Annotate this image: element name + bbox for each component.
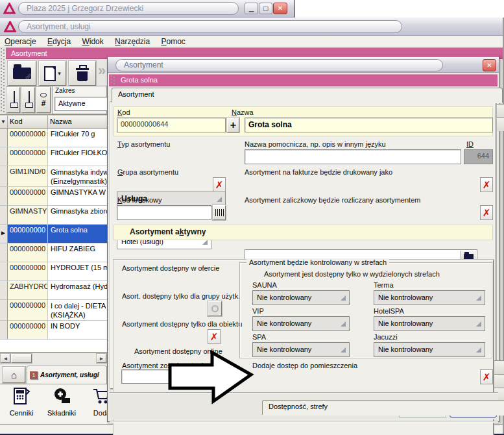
kreskowy-scan-button[interactable] <box>213 205 226 220</box>
cell-kod[interactable]: 000000000 <box>8 243 48 262</box>
toolbar-overflow-chevron-icon[interactable]: » <box>98 62 107 86</box>
kod-plus-button[interactable]: + <box>227 118 239 132</box>
row-selector[interactable] <box>0 166 8 186</box>
cell-nazwa[interactable]: Grota solna <box>48 225 107 243</box>
zaliczkowy-clear-button[interactable] <box>480 205 493 220</box>
menu-widok[interactable]: Widok <box>77 36 108 47</box>
cell-kod[interactable]: 000000000 <box>8 129 48 147</box>
row-selector[interactable] <box>0 281 8 299</box>
row-selector[interactable] <box>0 262 8 280</box>
table-row[interactable]: GIM1IND/0Gimnastyka indyw(Einzelgymnasti… <box>0 166 107 187</box>
row-selector[interactable] <box>0 129 8 147</box>
cell-nazwa[interactable]: I co dalej - DIETA(KSIĄŻKA) <box>48 300 107 320</box>
scroll-right-button[interactable]: ► <box>97 354 106 363</box>
table-row[interactable]: 000000000HYDROJET (15 m <box>0 262 107 281</box>
cell-kod[interactable]: 000000000 <box>8 262 48 280</box>
faktura-clear-button[interactable] <box>480 177 493 192</box>
scroll-thumb[interactable] <box>11 354 32 363</box>
row-selector[interactable] <box>0 187 8 205</box>
cell-nazwa[interactable]: FitCukier FIOŁKOW <box>48 147 107 166</box>
dialog-tab-asortyment[interactable]: Asortyment <box>112 88 503 103</box>
row-selector-current[interactable] <box>0 225 8 243</box>
close-button[interactable]: ✕ <box>273 3 287 14</box>
row-selector[interactable] <box>0 147 8 166</box>
cell-kod[interactable]: ZABHYDRO <box>8 281 48 299</box>
cell-nazwa[interactable]: FitCukier 70 g <box>48 129 107 147</box>
table-row[interactable]: 000000000HIFU ZABIEG <box>0 243 107 262</box>
home-tab[interactable]: ⌂ <box>3 367 25 383</box>
cell-kod[interactable]: 000000000 <box>8 321 48 339</box>
kod-input[interactable]: 000000000644 <box>117 118 226 132</box>
delete-button[interactable] <box>69 61 96 86</box>
menu-pomoc[interactable]: Pomoc <box>156 36 189 47</box>
table-row[interactable]: GIMNASTYGimnastyka zbioro <box>0 206 107 225</box>
cell-kod[interactable]: GIMNASTY <box>8 206 48 224</box>
zone-combo[interactable]: Nie kontrolowany <box>252 342 350 357</box>
toolbar-gripper[interactable] <box>1 48 5 113</box>
table-row[interactable]: 000000000FitCukier 70 g <box>0 129 107 147</box>
cell-kod[interactable]: 000000000 <box>8 300 48 320</box>
zone-label: SAUNA <box>252 281 350 289</box>
table-row[interactable]: 000000000FitCukier FIOŁKOW <box>0 147 107 166</box>
kreskowy-input[interactable] <box>117 205 211 220</box>
filter-slider-button-2[interactable] <box>21 87 35 113</box>
row-selector[interactable] <box>0 206 8 224</box>
subtab-dostepnosc-strefy[interactable]: Dostępność, strefy <box>262 400 504 415</box>
nazwa-input[interactable]: Grota solna <box>245 118 493 132</box>
cell-kod[interactable]: 000000000 <box>8 147 48 166</box>
zone-combo[interactable]: Nie kontrolowany <box>252 316 350 331</box>
maximize-button[interactable]: ▢ <box>259 3 272 14</box>
zaliczkowy-label: Asortyment zaliczkowy będzie rozliczany … <box>245 196 420 204</box>
dialog-close-button[interactable]: ✕ <box>483 59 496 71</box>
table-row[interactable]: 000000000Grota solna <box>0 225 107 243</box>
doda-button[interactable]: Doda <box>83 386 107 417</box>
grid-filter-header[interactable]: ▼ <box>0 116 8 129</box>
cell-nazwa[interactable]: Gimnastyka indyw(Einzelgymnastik) <box>48 166 107 186</box>
pomocnicza-input[interactable] <box>245 149 461 164</box>
grupa-clear-button[interactable] <box>213 177 226 192</box>
zakres-combo[interactable]: Aktywne <box>54 97 113 111</box>
grid-header-kod[interactable]: Kod <box>8 116 48 129</box>
obiekt-clear-button[interactable] <box>208 329 221 344</box>
menu-edycja[interactable]: Edycja <box>43 36 75 47</box>
cell-nazwa[interactable]: GIMNASTYKA W <box>48 187 107 205</box>
dialog-caption-gripper[interactable] <box>111 75 115 85</box>
skladniki-button[interactable]: Składniki <box>43 386 80 417</box>
cell-kod[interactable]: 000000000 <box>8 187 48 205</box>
cell-kod[interactable]: GIM1IND/0 <box>8 166 48 186</box>
cell-nazwa[interactable]: HYDROJET (15 m <box>48 262 107 280</box>
pomieszczenie-clear-button[interactable] <box>480 369 493 384</box>
cell-nazwa[interactable]: IN BODY <box>48 321 107 339</box>
new-dropdown-icon[interactable]: ▾ <box>58 70 61 77</box>
table-row[interactable]: 000000000I co dalej - DIETA(KSIĄŻKA) <box>0 300 107 321</box>
grid-header-nazwa[interactable]: Nazwa <box>48 116 107 129</box>
table-row[interactable]: 000000000GIMNASTYKA W <box>0 187 107 206</box>
row-selector[interactable] <box>0 243 8 262</box>
cell-nazwa[interactable]: HIFU ZABIEG <box>48 243 107 262</box>
new-button[interactable]: ▾ <box>39 61 66 86</box>
cell-nazwa[interactable]: Hydromasaż (Hydr <box>48 281 107 299</box>
tab-asortyment-uslugi[interactable]: 1 Asortyment, usługi <box>27 366 107 384</box>
filter-slider-button-1[interactable] <box>6 87 20 113</box>
cell-kod[interactable]: 000000000 <box>8 225 48 243</box>
table-row[interactable]: 000000000IN BODY <box>0 321 107 340</box>
zone-combo[interactable]: Nie kontrolowany <box>374 342 485 357</box>
grupa-uzytk-ring-button[interactable] <box>208 301 222 316</box>
slider-icon <box>7 88 19 112</box>
zone-combo[interactable]: Nie kontrolowany <box>374 290 485 305</box>
grid-hscrollbar[interactable]: ◄ ► <box>0 353 107 364</box>
row-selector[interactable] <box>0 300 8 320</box>
menu-operacje[interactable]: Operacje <box>0 36 41 47</box>
table-row[interactable]: ZABHYDROHydromasaż (Hydr <box>0 281 107 300</box>
cenniki-button[interactable]: Cenniki <box>3 386 40 417</box>
row-selector[interactable] <box>0 321 8 339</box>
minimize-button[interactable]: ▁ <box>245 3 258 14</box>
cell-nazwa[interactable]: Gimnastyka zbioro <box>48 206 107 224</box>
zone-combo[interactable]: Nie kontrolowany <box>374 316 485 331</box>
open-button[interactable] <box>8 61 36 86</box>
hash-filter-button[interactable]: # <box>36 87 51 113</box>
menu-narzedzia[interactable]: Narzędzia <box>110 36 154 47</box>
dropdown-icon <box>476 347 481 353</box>
scroll-left-button[interactable]: ◄ <box>1 354 10 363</box>
zone-combo[interactable]: Nie kontrolowany <box>252 290 350 305</box>
